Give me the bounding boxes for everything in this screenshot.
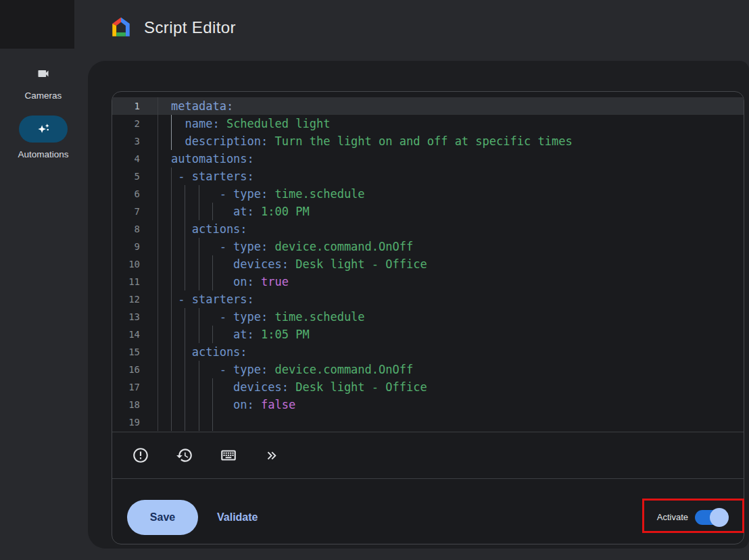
more-tools-button[interactable] [258,442,286,469]
code-line-text: description: Turn the light on and off a… [158,132,744,150]
code-line[interactable]: 18 on: false [112,396,744,413]
page-title: Script Editor [144,18,236,37]
code-line[interactable]: 2 name: Scheduled light [112,115,744,132]
line-number: 11 [112,273,158,290]
indent-guide [199,255,199,273]
code-line-text: actions: [158,343,744,361]
line-number: 18 [112,396,158,413]
indent-guide [212,273,213,290]
indent-guide [199,238,199,255]
indent-guide [171,132,172,150]
code-line-text: name: Scheduled light [158,115,744,132]
indent-guide [199,185,199,203]
line-number: 9 [112,238,158,255]
line-number: 10 [112,255,158,273]
indent-guide [171,343,172,361]
google-home-logo [110,16,132,39]
code-line[interactable]: 16 - type: device.command.OnOff [112,361,744,378]
indent-guide [171,361,172,378]
indent-guide [171,290,172,308]
code-line[interactable]: 11 on: true [112,273,744,290]
code-line-text: - type: time.schedule [158,185,744,203]
line-number: 13 [112,308,158,326]
code-line[interactable]: 6 - type: time.schedule [112,185,744,203]
indent-guide [171,255,172,273]
sidebar-item-automations-label[interactable]: Automations [0,149,87,159]
indent-guide [199,361,199,378]
indent-guide [212,326,213,343]
code-line[interactable]: 13 - type: time.schedule [112,308,744,326]
code-line-text: - type: device.command.OnOff [158,361,744,378]
indent-guide [171,238,172,255]
videocam-icon[interactable] [37,67,50,80]
indent-guide [212,255,213,273]
history-button[interactable] [170,442,198,469]
code-line-text: - starters: [158,290,744,308]
indent-guide [171,378,172,396]
code-line-text: on: false [158,396,744,413]
code-line[interactable]: 15 actions: [112,343,744,361]
code-line[interactable]: 14 at: 1:05 PM [112,326,744,343]
indent-guide [199,396,199,413]
code-line[interactable]: 4automations: [112,150,744,168]
code-line-text: actions: [158,220,744,238]
line-number: 19 [112,413,158,431]
code-line[interactable]: 3 description: Turn the light on and off… [112,132,744,150]
indent-guide [199,378,199,396]
indent-guide [171,273,172,290]
indent-guide [185,361,185,378]
indent-guide [199,413,199,431]
indent-guide [185,326,185,343]
indent-guide [185,308,185,326]
indent-guide [171,326,172,343]
line-number: 3 [112,132,158,150]
code-line[interactable]: 19 [112,413,744,431]
code-line[interactable]: 8 actions: [112,220,744,238]
sidebar-item-cameras[interactable]: Cameras [0,91,87,101]
line-number: 15 [112,343,158,361]
code-line[interactable]: 1metadata: [112,97,744,115]
line-number: 8 [112,220,158,238]
line-number: 7 [112,203,158,220]
indent-guide [185,413,185,431]
line-number: 4 [112,150,158,168]
line-number: 2 [112,115,158,132]
code-line-text: - starters: [158,168,744,185]
line-number: 14 [112,326,158,343]
code-line-text: automations: [158,150,744,168]
indent-guide [171,185,172,203]
indent-guide [185,255,185,273]
indent-guide [212,378,213,396]
indent-guide [212,396,213,413]
indent-guide [171,413,172,431]
code-line[interactable]: 9 - type: device.command.OnOff [112,238,744,255]
keyboard-button[interactable] [214,442,242,469]
indent-guide [185,238,185,255]
code-line[interactable]: 10 devices: Desk light - Office [112,255,744,273]
code-line[interactable]: 7 at: 1:00 PM [112,203,744,220]
code-line-text: - type: device.command.OnOff [158,238,744,255]
code-line[interactable]: 12 - starters: [112,290,744,308]
indent-guide [199,273,199,290]
highlight-annotation [642,499,744,533]
code-line[interactable]: 5 - starters: [112,168,744,185]
sidebar-item-automations-pill[interactable] [19,116,68,143]
code-editor[interactable]: 1metadata:2 name: Scheduled light3 descr… [112,92,744,432]
line-number: 5 [112,168,158,185]
indent-guide [171,220,172,238]
indent-guide [212,413,213,431]
editor-card: 1metadata:2 name: Scheduled light3 descr… [88,61,749,549]
error-icon [132,447,149,464]
code-line[interactable]: 17 devices: Desk light - Office [112,378,744,396]
save-button[interactable]: Save [127,500,198,535]
problems-button[interactable] [126,442,154,469]
window-corner [0,0,74,49]
line-number: 17 [112,378,158,396]
indent-guide [185,273,185,290]
editor-toolbar [112,432,744,479]
code-line-text: - type: time.schedule [158,308,744,326]
script-editor-panel: 1metadata:2 name: Scheduled light3 descr… [112,91,744,544]
double-arrow-icon [264,448,280,463]
validate-button[interactable]: Validate [217,511,258,524]
code-line-text: devices: Desk light - Office [158,378,744,396]
